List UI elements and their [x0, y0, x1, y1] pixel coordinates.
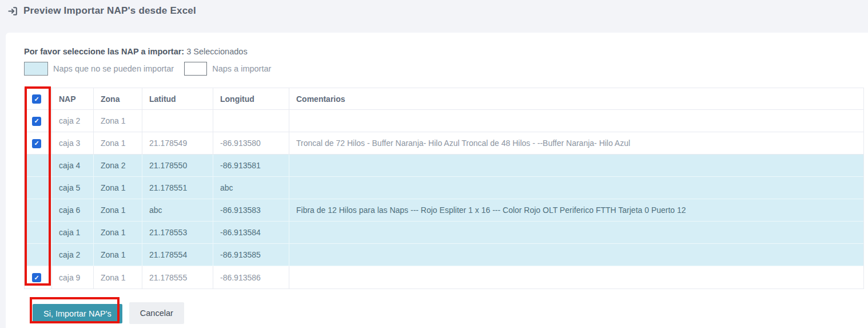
sign-in-icon — [7, 6, 18, 17]
legend-swatch-not-importable — [24, 62, 48, 76]
cancel-button[interactable]: Cancelar — [129, 302, 184, 324]
cell-comentarios: Fibra de 12 Hilos para las Naps --- Rojo… — [289, 199, 863, 222]
cell-longitud: -86.913583 — [213, 199, 289, 222]
column-header-nap: NAP — [52, 88, 94, 110]
cell-zona: Zona 1 — [94, 199, 142, 222]
cell-nap: caja 6 — [52, 199, 94, 222]
cell-latitud: 21.178555 — [142, 266, 213, 289]
cell-zona: Zona 1 — [94, 266, 142, 289]
selection-count: 3 Seleccionados — [186, 47, 247, 56]
page-title: Preview Importar NAP's desde Excel — [23, 5, 196, 17]
row-checkbox-cell: ✓ — [25, 266, 52, 289]
cell-latitud: 21.178551 — [142, 177, 213, 199]
row-checkbox-cell — [25, 244, 52, 266]
cell-zona: Zona 1 — [94, 110, 142, 132]
row-checkbox-cell: ✓ — [25, 110, 52, 132]
row-checkbox[interactable]: ✓ — [32, 117, 41, 126]
table-row: ✓caja 2Zona 1 — [25, 110, 863, 132]
cell-longitud: -86.913586 — [213, 266, 289, 289]
cell-latitud: abc — [142, 199, 213, 222]
selection-instruction-label: Por favor seleccione las NAP a importar: — [24, 47, 184, 56]
row-checkbox[interactable]: ✓ — [32, 139, 41, 148]
legend-swatch-importable — [184, 62, 207, 76]
actions-bar: Si, Importar NAP's Cancelar — [33, 302, 868, 324]
cell-latitud: 21.178550 — [142, 155, 213, 177]
cell-nap: caja 2 — [52, 244, 94, 266]
cell-comentarios — [289, 222, 863, 244]
legend-label-not-importable: Naps que no se pueden importar — [53, 64, 174, 73]
cell-zona: Zona 1 — [94, 177, 142, 199]
table-row: caja 4Zona 221.178550-86.913581 — [25, 155, 863, 177]
page-header: Preview Importar NAP's desde Excel — [7, 5, 196, 17]
row-checkbox-cell — [25, 222, 52, 244]
table-row: ✓caja 3Zona 121.178549-86.913580Troncal … — [25, 132, 863, 155]
row-checkbox-cell — [25, 155, 52, 177]
table-row: caja 5Zona 121.178551abc — [25, 177, 863, 199]
selection-instruction: Por favor seleccione las NAP a importar:… — [24, 46, 868, 57]
import-confirm-button[interactable]: Si, Importar NAP's — [33, 304, 122, 323]
cell-nap: caja 3 — [52, 132, 94, 155]
cell-zona: Zona 1 — [94, 222, 142, 244]
table-body: ✓caja 2Zona 1✓caja 3Zona 121.178549-86.9… — [25, 110, 863, 289]
cell-latitud: 21.178549 — [142, 132, 213, 155]
table-row: caja 1Zona 121.178553-86.913584 — [25, 222, 863, 244]
table-row: ✓caja 9Zona 121.178555-86.913586 — [25, 266, 863, 289]
column-header-zona: Zona — [94, 88, 142, 110]
cell-longitud: -86.913581 — [213, 155, 289, 177]
cell-longitud: -86.913580 — [213, 132, 289, 155]
cell-nap: caja 2 — [52, 110, 94, 132]
cell-longitud: abc — [213, 177, 289, 199]
cell-zona: Zona 1 — [94, 132, 142, 155]
cell-comentarios — [289, 155, 863, 177]
legend: Naps que no se pueden importar Naps a im… — [24, 61, 868, 76]
cell-latitud: 21.178553 — [142, 222, 213, 244]
row-checkbox-cell — [25, 199, 52, 222]
legend-label-importable: Naps a importar — [212, 64, 271, 73]
row-checkbox-cell — [25, 177, 52, 199]
cell-comentarios — [289, 177, 863, 199]
cell-longitud — [213, 110, 289, 132]
cell-zona: Zona 2 — [94, 155, 142, 177]
select-all-checkbox[interactable]: ✓ — [32, 94, 41, 104]
cell-longitud: -86.913584 — [213, 222, 289, 244]
table-row: caja 6Zona 1abc-86.913583Fibra de 12 Hil… — [25, 199, 863, 222]
column-header-comentarios: Comentarios — [289, 88, 863, 110]
cell-latitud — [142, 110, 213, 132]
cell-comentarios — [289, 110, 863, 132]
column-header-latitud: Latitud — [142, 88, 213, 110]
cell-nap: caja 1 — [52, 222, 94, 244]
content-card: Por favor seleccione las NAP a importar:… — [6, 33, 868, 328]
cell-latitud: 21.178554 — [142, 244, 213, 266]
select-all-cell: ✓ — [25, 88, 52, 110]
cell-nap: caja 5 — [52, 177, 94, 199]
cell-comentarios — [289, 266, 863, 289]
cell-comentarios — [289, 244, 863, 266]
naps-table: ✓ NAP Zona Latitud Longitud Comentarios … — [24, 88, 864, 289]
cell-nap: caja 9 — [52, 266, 94, 289]
cell-comentarios: Troncal de 72 Hilos - Buffer Naranja- Hi… — [289, 132, 863, 155]
row-checkbox-cell: ✓ — [25, 132, 52, 155]
cell-zona: Zona 1 — [94, 244, 142, 266]
cell-nap: caja 4 — [52, 155, 94, 177]
cell-longitud: -86.913585 — [213, 244, 289, 266]
row-checkbox[interactable]: ✓ — [32, 273, 41, 282]
table-header-row: ✓ NAP Zona Latitud Longitud Comentarios — [25, 88, 863, 110]
table-row: caja 2Zona 121.178554-86.913585 — [25, 244, 863, 266]
column-header-longitud: Longitud — [213, 88, 289, 110]
